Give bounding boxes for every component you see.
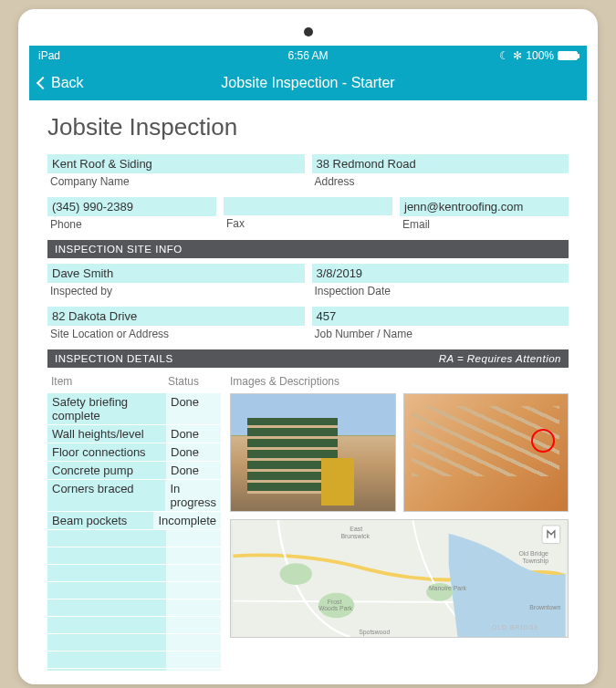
nav-title: Jobsite Inspection - Starter <box>221 75 394 91</box>
status-cell <box>166 547 221 565</box>
status-cell <box>166 652 221 669</box>
ra-note: RA = Requires Attention <box>439 353 561 364</box>
inspected-by-input[interactable]: Dave Smith <box>47 264 305 283</box>
status-cell: Incomplete <box>153 512 221 530</box>
location-map[interactable]: East Brunswick Frost Woods Park Spotswoo… <box>230 519 569 638</box>
table-row[interactable] <box>47 565 221 582</box>
section-details-label: INSPECTION DETAILS <box>55 353 173 364</box>
item-cell <box>47 617 166 634</box>
job-number-input[interactable]: 457 <box>312 307 569 326</box>
item-cell: Wall heights/level <box>47 425 166 443</box>
svg-text:Brunswick: Brunswick <box>341 533 371 539</box>
status-cell <box>166 582 221 599</box>
table-row[interactable]: Safety briefing completeDone <box>47 393 221 425</box>
status-cell: Done <box>166 425 221 443</box>
back-label: Back <box>51 75 84 91</box>
svg-text:Browntown: Browntown <box>529 604 560 610</box>
nav-bar: Back Jobsite Inspection - Starter <box>29 66 587 100</box>
status-cell <box>166 599 221 617</box>
fax-input[interactable] <box>224 197 392 215</box>
status-cell: In progress <box>165 480 221 512</box>
status-cell <box>166 530 221 547</box>
table-row[interactable] <box>47 582 221 599</box>
jobsite-photo-1[interactable] <box>230 393 396 512</box>
item-cell <box>47 634 166 652</box>
item-cell: Safety briefing complete <box>47 393 166 425</box>
svg-text:Frost: Frost <box>328 599 342 605</box>
chevron-left-icon <box>37 77 49 89</box>
job-number-label: Job Number / Name <box>312 328 569 340</box>
jobsite-photo-2[interactable] <box>403 393 569 512</box>
email-input[interactable]: jenn@kentroofing.com <box>400 197 569 216</box>
device-label: iPad <box>38 49 218 62</box>
table-row[interactable]: Corners bracedIn progress <box>47 480 221 512</box>
back-button[interactable]: Back <box>38 75 84 91</box>
inspection-items-table: Item Status Safety briefing completeDone… <box>47 373 221 671</box>
svg-text:Manoire Park: Manoire Park <box>429 585 466 591</box>
table-row[interactable]: Floor connectionsDone <box>47 443 221 462</box>
bluetooth-icon: ✻ <box>513 49 522 62</box>
site-location-input[interactable]: 82 Dakota Drive <box>47 307 305 326</box>
battery-percent: 100% <box>526 49 554 62</box>
status-cell: Done <box>166 443 221 462</box>
site-location-label: Site Location or Address <box>47 328 305 340</box>
status-cell: Done <box>166 393 221 425</box>
item-cell <box>47 669 166 671</box>
table-row[interactable] <box>47 669 221 671</box>
status-cell <box>166 669 221 671</box>
item-cell: Concrete pump <box>47 462 166 480</box>
status-bar: iPad 6:56 AM ☾ ✻ 100% <box>29 46 587 66</box>
page-title: Jobsite Inspection <box>47 113 569 141</box>
phone-input[interactable]: (345) 990-2389 <box>47 197 216 216</box>
section-details: INSPECTION DETAILS RA = Requires Attenti… <box>47 349 569 368</box>
email-label: Email <box>400 218 569 231</box>
section-site-info: INSPECTION SITE INFO <box>47 240 569 258</box>
inspection-date-label: Inspection Date <box>312 285 569 297</box>
col-header-item: Item <box>51 375 168 388</box>
item-cell <box>47 582 166 599</box>
item-cell <box>47 530 166 547</box>
status-cell <box>166 617 221 634</box>
table-row[interactable] <box>47 599 221 617</box>
item-cell <box>47 565 166 582</box>
svg-text:Woods Park: Woods Park <box>318 605 353 611</box>
table-row[interactable] <box>47 617 221 634</box>
moon-icon: ☾ <box>499 49 509 62</box>
device-camera <box>304 27 313 36</box>
company-input[interactable]: Kent Roof & Siding <box>47 154 305 173</box>
fax-label: Fax <box>224 217 392 230</box>
status-cell <box>166 634 221 652</box>
phone-label: Phone <box>47 218 216 231</box>
table-row[interactable] <box>47 634 221 652</box>
svg-text:Township: Township <box>522 558 548 565</box>
battery-icon <box>558 51 578 60</box>
item-cell: Corners braced <box>47 480 165 512</box>
status-cell <box>166 565 221 582</box>
table-row[interactable]: Concrete pumpDone <box>47 462 221 480</box>
table-row[interactable] <box>47 652 221 669</box>
inspected-by-label: Inspected by <box>47 285 305 297</box>
item-cell <box>47 652 166 669</box>
svg-text:East: East <box>350 526 362 532</box>
svg-text:Old Bridge: Old Bridge <box>518 550 548 558</box>
item-cell <box>47 547 166 565</box>
inspection-date-input[interactable]: 3/8/2019 <box>312 264 569 283</box>
table-row[interactable] <box>47 530 221 547</box>
item-cell: Floor connections <box>47 443 166 462</box>
table-row[interactable]: Wall heights/levelDone <box>47 425 221 443</box>
status-cell: Done <box>166 462 221 480</box>
svg-text:Spotswood: Spotswood <box>359 629 390 636</box>
table-row[interactable]: Beam pocketsIncomplete <box>47 512 221 530</box>
col-header-images: Images & Descriptions <box>230 373 569 393</box>
status-time: 6:56 AM <box>218 49 398 62</box>
svg-text:OLD BRIDGE: OLD BRIDGE <box>492 624 539 631</box>
company-label: Company Name <box>47 175 305 188</box>
section-site-info-label: INSPECTION SITE INFO <box>55 244 183 255</box>
col-header-status: Status <box>168 375 217 388</box>
item-cell <box>47 599 166 617</box>
address-label: Address <box>312 175 569 188</box>
table-row[interactable] <box>47 547 221 565</box>
item-cell: Beam pockets <box>47 512 153 530</box>
address-input[interactable]: 38 Redmond Road <box>312 154 569 173</box>
svg-point-1 <box>280 563 312 585</box>
